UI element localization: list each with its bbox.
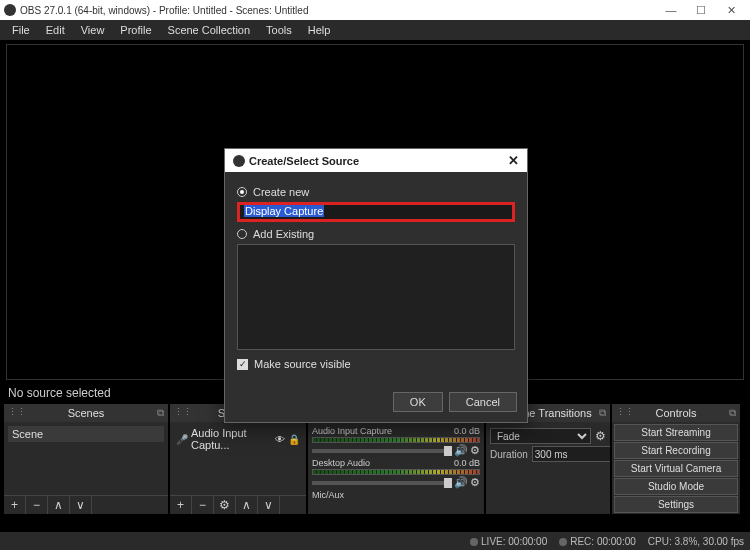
cancel-button[interactable]: Cancel bbox=[449, 392, 517, 412]
close-window-button[interactable]: ✕ bbox=[716, 4, 746, 17]
add-existing-radio[interactable] bbox=[237, 229, 247, 239]
obs-logo-icon bbox=[4, 4, 16, 16]
mixer-track: Audio Input Capture0.0 dB 🔊⚙ bbox=[312, 426, 480, 457]
create-new-radio[interactable] bbox=[237, 187, 247, 197]
start-streaming-button[interactable]: Start Streaming bbox=[614, 424, 738, 441]
gear-icon[interactable]: ⚙ bbox=[470, 476, 480, 489]
duration-label: Duration bbox=[490, 449, 528, 460]
mixer-track: Desktop Audio0.0 dB 🔊⚙ bbox=[312, 458, 480, 489]
mixer-track: Mic/Aux bbox=[312, 490, 480, 500]
status-bar: LIVE: 00:00:00 REC: 00:00:00 CPU: 3.8%, … bbox=[0, 532, 750, 550]
transition-select[interactable]: Fade bbox=[490, 428, 591, 444]
volume-slider[interactable] bbox=[312, 449, 452, 453]
window-title: OBS 27.0.1 (64-bit, windows) - Profile: … bbox=[20, 5, 308, 16]
gear-icon[interactable]: ⚙ bbox=[470, 444, 480, 457]
drag-handle-icon[interactable]: ⋮⋮ bbox=[8, 407, 26, 417]
remove-scene-button[interactable]: − bbox=[26, 496, 48, 514]
add-existing-label: Add Existing bbox=[253, 228, 314, 240]
menu-view[interactable]: View bbox=[73, 24, 113, 36]
dialog-title: Create/Select Source bbox=[249, 155, 359, 167]
source-down-button[interactable]: ∨ bbox=[258, 496, 280, 514]
make-visible-label: Make source visible bbox=[254, 358, 351, 370]
track-db: 0.0 dB bbox=[454, 458, 480, 468]
track-name: Mic/Aux bbox=[312, 490, 344, 500]
speaker-icon[interactable]: 🔊 bbox=[454, 476, 468, 489]
obs-logo-icon bbox=[233, 155, 245, 167]
add-scene-button[interactable]: + bbox=[4, 496, 26, 514]
live-indicator-icon bbox=[470, 538, 478, 546]
remove-source-button[interactable]: − bbox=[192, 496, 214, 514]
popout-icon[interactable]: ⧉ bbox=[599, 407, 606, 419]
source-item-label: Audio Input Captu... bbox=[191, 427, 272, 451]
studio-mode-button[interactable]: Studio Mode bbox=[614, 478, 738, 495]
duration-input[interactable] bbox=[532, 446, 610, 462]
popout-icon[interactable]: ⧉ bbox=[157, 407, 164, 419]
drag-handle-icon[interactable]: ⋮⋮ bbox=[616, 407, 634, 417]
create-source-dialog: Create/Select Source ✕ Create new Displa… bbox=[224, 148, 528, 423]
start-virtual-camera-button[interactable]: Start Virtual Camera bbox=[614, 460, 738, 477]
rec-indicator-icon bbox=[559, 538, 567, 546]
track-name: Desktop Audio bbox=[312, 458, 370, 468]
close-icon[interactable]: ✕ bbox=[508, 153, 519, 168]
ok-button[interactable]: OK bbox=[393, 392, 443, 412]
settings-button[interactable]: Settings bbox=[614, 496, 738, 513]
track-db: 0.0 dB bbox=[454, 426, 480, 436]
popout-icon[interactable]: ⧉ bbox=[729, 407, 736, 419]
source-name-input[interactable]: Display Capture bbox=[237, 202, 515, 222]
controls-panel: ⋮⋮Controls⧉ Start Streaming Start Record… bbox=[612, 404, 740, 514]
live-status: LIVE: 00:00:00 bbox=[481, 536, 547, 547]
track-name: Audio Input Capture bbox=[312, 426, 392, 436]
scene-item[interactable]: Scene bbox=[8, 426, 164, 442]
menu-edit[interactable]: Edit bbox=[38, 24, 73, 36]
window-titlebar: OBS 27.0.1 (64-bit, windows) - Profile: … bbox=[0, 0, 750, 20]
speaker-icon[interactable]: 🔊 bbox=[454, 444, 468, 457]
cpu-status: CPU: 3.8%, 30.00 fps bbox=[648, 536, 744, 547]
minimize-button[interactable]: — bbox=[656, 4, 686, 16]
rec-status: REC: 00:00:00 bbox=[570, 536, 636, 547]
add-source-button[interactable]: + bbox=[170, 496, 192, 514]
controls-title: Controls bbox=[656, 407, 697, 419]
existing-sources-list[interactable] bbox=[237, 244, 515, 350]
scenes-panel: ⋮⋮Scenes⧉ Scene + − ∧ ∨ bbox=[4, 404, 168, 514]
scene-up-button[interactable]: ∧ bbox=[48, 496, 70, 514]
menu-tools[interactable]: Tools bbox=[258, 24, 300, 36]
mic-icon: 🎤 bbox=[176, 434, 188, 445]
eye-icon[interactable]: 👁 bbox=[275, 434, 285, 445]
source-settings-button[interactable]: ⚙ bbox=[214, 496, 236, 514]
menu-scene-collection[interactable]: Scene Collection bbox=[160, 24, 259, 36]
create-new-label: Create new bbox=[253, 186, 309, 198]
scene-down-button[interactable]: ∨ bbox=[70, 496, 92, 514]
drag-handle-icon[interactable]: ⋮⋮ bbox=[174, 407, 192, 417]
menubar: File Edit View Profile Scene Collection … bbox=[0, 20, 750, 40]
gear-icon[interactable]: ⚙ bbox=[595, 429, 606, 443]
menu-help[interactable]: Help bbox=[300, 24, 339, 36]
menu-profile[interactable]: Profile bbox=[112, 24, 159, 36]
source-item[interactable]: 🎤 Audio Input Captu... 👁 🔒 bbox=[174, 426, 302, 452]
lock-icon[interactable]: 🔒 bbox=[288, 434, 300, 445]
scenes-title: Scenes bbox=[68, 407, 105, 419]
audio-meter bbox=[312, 469, 480, 475]
make-visible-checkbox[interactable]: ✓ bbox=[237, 359, 248, 370]
maximize-button[interactable]: ☐ bbox=[686, 4, 716, 17]
volume-slider[interactable] bbox=[312, 481, 452, 485]
audio-meter bbox=[312, 437, 480, 443]
source-up-button[interactable]: ∧ bbox=[236, 496, 258, 514]
start-recording-button[interactable]: Start Recording bbox=[614, 442, 738, 459]
menu-file[interactable]: File bbox=[4, 24, 38, 36]
